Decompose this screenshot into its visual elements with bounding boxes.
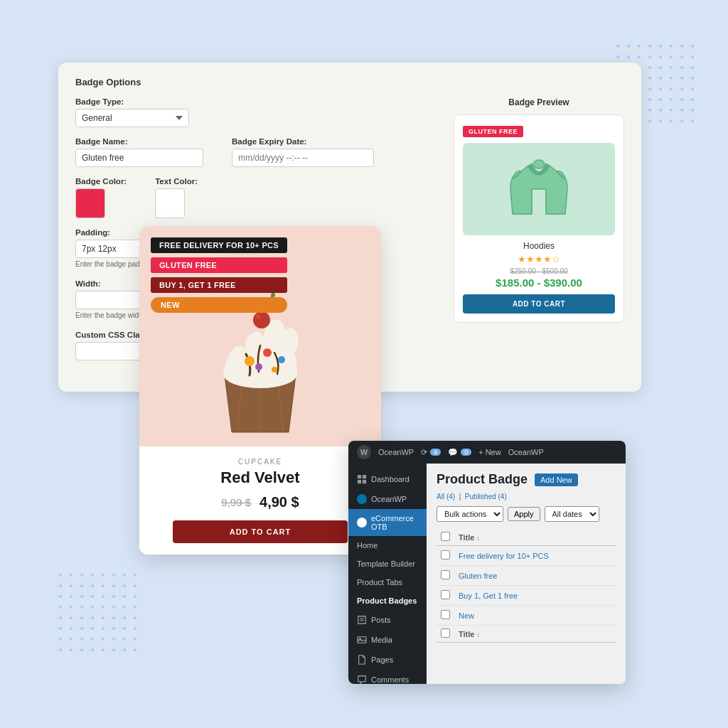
badge-buy1-get1: BUY 1, GET 1 FREE: [151, 277, 287, 293]
wp-bulk-actions-select[interactable]: Bulk actions: [437, 506, 503, 522]
badge-new: NEW: [151, 297, 287, 313]
wp-admin-panel: W OceanWP ⟳ 4 💬 0 + New OceanWP Dashboar…: [348, 441, 626, 684]
sidebar-label-template-builder: Template Builder: [357, 560, 415, 568]
product-card: FREE DELIVERY FOR 10+ PCS GLUTEN FREE BU…: [139, 226, 381, 555]
sidebar-item-media[interactable]: Media: [348, 630, 427, 650]
product-add-to-cart-button[interactable]: ADD TO CART: [173, 520, 348, 543]
wp-select-all-checkbox[interactable]: [441, 532, 450, 541]
sidebar-item-comments[interactable]: Comments: [348, 670, 427, 684]
svg-rect-20: [363, 480, 366, 483]
wp-row-checkbox-4[interactable]: [441, 610, 450, 619]
wp-sidebar: Dashboard OceanWP eCommerce OTB Home Tem…: [348, 464, 427, 684]
sidebar-item-oceanwp[interactable]: OceanWP: [348, 489, 427, 509]
sidebar-label-oceanwp: OceanWP: [371, 495, 407, 503]
preview-stars: ★★★★☆: [463, 254, 615, 264]
wp-badge-link-2[interactable]: Gluten free: [459, 572, 497, 580]
product-category: CUPCAKE: [151, 458, 370, 466]
product-price-row: 9,99 $ 4,90 $: [151, 494, 370, 510]
sidebar-label-product-badges: Product Badges: [357, 596, 417, 605]
wp-toolbar: Bulk actions Apply All dates: [437, 506, 616, 522]
badge-color-swatch[interactable]: [75, 188, 105, 218]
sidebar-label-posts: Posts: [371, 616, 391, 624]
wp-footer-select-all-checkbox[interactable]: [441, 628, 450, 638]
product-image-area: FREE DELIVERY FOR 10+ PCS GLUTEN FREE BU…: [139, 226, 381, 446]
sidebar-item-ecommerce-otb[interactable]: eCommerce OTB: [348, 509, 427, 536]
sidebar-item-home[interactable]: Home: [348, 536, 427, 555]
svg-rect-19: [358, 480, 361, 483]
sidebar-item-posts[interactable]: Posts: [348, 610, 427, 630]
wp-filter-all[interactable]: All (4): [437, 493, 455, 500]
badge-expiry-label: Badge Expiry Date:: [232, 137, 374, 146]
wp-row-checkbox-2[interactable]: [441, 570, 450, 579]
preview-add-to-cart-button[interactable]: ADD TO CART: [463, 294, 615, 314]
wp-topbar: W OceanWP ⟳ 4 💬 0 + New OceanWP: [348, 441, 626, 464]
sidebar-item-template-builder[interactable]: Template Builder: [348, 555, 427, 573]
preview-new-price: $185.00 - $390.00: [463, 277, 615, 289]
svg-point-9: [245, 356, 255, 366]
svg-rect-3: [57, 572, 142, 657]
wp-updates-count[interactable]: ⟳ 4: [421, 448, 441, 457]
wp-badge-link-3[interactable]: Buy 1, Get 1 free: [459, 592, 518, 600]
svg-point-14: [253, 311, 270, 328]
product-old-price: 9,99 $: [221, 496, 251, 508]
product-new-price: 4,90 $: [259, 494, 299, 510]
svg-rect-17: [358, 475, 361, 478]
preview-section-title: Badge Preview: [454, 97, 624, 107]
table-row: New: [437, 606, 616, 626]
wp-logo-icon: W: [357, 445, 371, 459]
badge-type-label: Badge Type:: [75, 97, 439, 106]
wp-add-new-button[interactable]: Add New: [535, 473, 578, 486]
sidebar-label-comments: Comments: [371, 675, 409, 684]
svg-point-4: [533, 160, 545, 168]
svg-point-10: [263, 348, 272, 357]
badge-type-select[interactable]: General: [75, 109, 189, 127]
wp-badges-table: Title ↕ Free delivery for 10+ PCS Gluten…: [437, 529, 616, 643]
wp-all-dates-select[interactable]: All dates: [545, 506, 599, 522]
sidebar-item-product-badges[interactable]: Product Badges: [348, 592, 427, 610]
product-name: Red Velvet: [151, 469, 370, 487]
preview-badge-label: GLUTEN FREE: [463, 126, 523, 137]
product-info: CUPCAKE Red Velvet 9,99 $ 4,90 $ ADD TO …: [139, 446, 381, 555]
badge-expiry-input[interactable]: [232, 149, 374, 167]
wp-footer-col-title: Title ↕: [454, 626, 616, 643]
table-row: Free delivery for 10+ PCS: [437, 546, 616, 566]
badge-preview-card: GLUTEN FREE Hoodies ★★★★☆ $250.00: [454, 114, 624, 323]
preview-hoodie-image: [463, 143, 615, 235]
sidebar-label-media: Media: [371, 636, 392, 644]
wp-badge-link-1[interactable]: Free delivery for 10+ PCS: [459, 552, 549, 560]
table-row: Gluten free: [437, 566, 616, 586]
wp-user-name[interactable]: OceanWP: [508, 448, 544, 456]
preview-old-price: $250.00 - $500.00: [463, 267, 615, 275]
text-color-label: Text Color:: [155, 177, 198, 186]
sidebar-label-pages: Pages: [371, 655, 393, 664]
svg-point-16: [256, 314, 260, 318]
svg-rect-18: [363, 475, 366, 478]
panel-title: Badge Options: [75, 77, 624, 87]
wp-site-name[interactable]: OceanWP: [378, 448, 414, 456]
sidebar-item-pages[interactable]: Pages: [348, 650, 427, 670]
preview-product-name: Hoodies: [463, 241, 615, 251]
sidebar-label-product-tabs: Product Tabs: [357, 578, 402, 587]
badge-gluten-free: GLUTEN FREE: [151, 257, 287, 273]
wp-row-checkbox-3[interactable]: [441, 590, 450, 599]
svg-point-13: [272, 367, 277, 373]
wp-apply-button[interactable]: Apply: [508, 507, 540, 521]
badge-color-label: Badge Color:: [75, 177, 127, 186]
wp-row-checkbox-1[interactable]: [441, 550, 450, 560]
text-color-swatch[interactable]: [155, 188, 185, 218]
sidebar-label-ecommerce-otb: eCommerce OTB: [371, 514, 418, 531]
svg-point-11: [278, 356, 285, 363]
wp-page-title: Product Badge: [437, 472, 528, 487]
sidebar-item-product-tabs[interactable]: Product Tabs: [348, 573, 427, 592]
badge-name-input[interactable]: [75, 149, 203, 167]
wp-filter-published[interactable]: Published (4): [465, 493, 507, 500]
sidebar-label-home: Home: [357, 541, 378, 550]
svg-point-12: [255, 363, 262, 370]
dot-decoration-bottom-left: [57, 572, 142, 657]
sidebar-item-dashboard[interactable]: Dashboard: [348, 469, 427, 489]
wp-badge-link-4[interactable]: New: [459, 611, 474, 620]
wp-new-button[interactable]: + New: [478, 448, 501, 456]
sidebar-label-dashboard: Dashboard: [371, 475, 410, 483]
wp-page-header: Product Badge Add New: [437, 472, 616, 487]
wp-comments-count[interactable]: 💬 0: [448, 448, 471, 457]
